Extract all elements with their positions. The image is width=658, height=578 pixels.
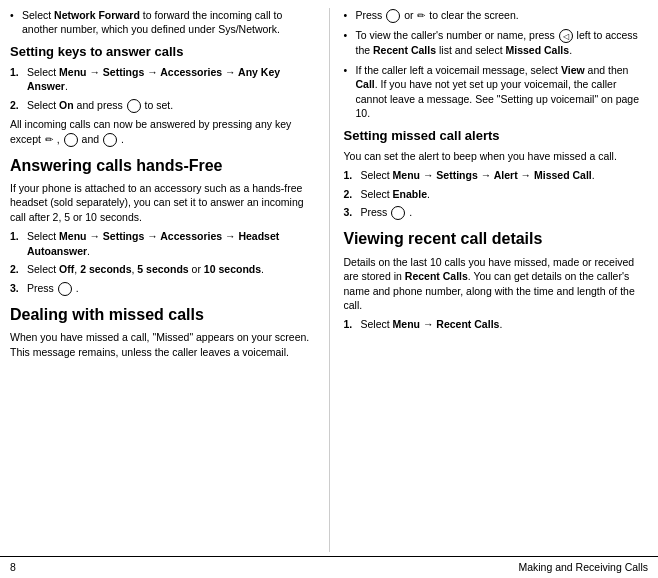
heading-missed-alerts: Setting missed call alerts [344,127,649,145]
step-1-recent: 1. Select Menu → Recent Calls. [344,317,649,331]
heading-missed-calls: Dealing with missed calls [10,304,315,326]
content-area: • Select Network Forward to forward the … [0,0,658,556]
step-content: Press . [361,205,649,220]
step-2-headset: 2. Select Off, 2 seconds, 5 seconds or 1… [10,262,315,276]
ok-icon [58,282,72,296]
handsfree-description: If your phone is attached to an accessor… [10,181,315,224]
step-number: 1. [10,65,24,94]
bullet-text: Select Network Forward to forward the in… [22,8,315,37]
step-number: 1. [344,168,358,182]
bullet-symbol: • [344,8,352,23]
step-number: 3. [344,205,358,220]
step-1-alert: 1. Select Menu → Settings → Alert → Miss… [344,168,649,182]
missed-alerts-description: You can set the alert to beep when you h… [344,149,649,163]
step-number: 2. [10,262,24,276]
heading-handsfree: Answering calls hands-Free [10,155,315,177]
all-incoming-text: All incoming calls can now be answered b… [10,117,315,147]
step-content: Select Menu → Settings → Alert → Missed … [361,168,649,182]
bullet-symbol: • [344,28,352,58]
bullet-view-caller: • To view the caller's number or name, p… [344,28,649,58]
bullet-symbol: • [10,8,18,37]
pencil-icon: ✏ [417,9,425,23]
ok-icon [64,133,78,147]
bullet-text: To view the caller's number or name, pre… [356,28,649,58]
left-column: • Select Network Forward to forward the … [10,8,315,552]
step-2-keys: 2. Select On and press to set. [10,98,315,113]
bullet-network-forward: • Select Network Forward to forward the … [10,8,315,37]
step-3-headset: 3. Press . [10,281,315,296]
step-number: 3. [10,281,24,296]
bullet-text: If the caller left a voicemail message, … [356,63,649,121]
step-1-keys: 1. Select Menu → Settings → Accessories … [10,65,315,94]
step-content: Select Enable. [361,187,649,201]
ok-icon [127,99,141,113]
step-content: Select Menu → Settings → Accessories → H… [27,229,315,258]
section-title: Making and Receiving Calls [518,560,648,575]
step-1-headset: 1. Select Menu → Settings → Accessories … [10,229,315,258]
missed-calls-description: When you have missed a call, "Missed" ap… [10,330,315,359]
step-3-alert: 3. Press . [344,205,649,220]
step-number: 2. [344,187,358,201]
page-number: 8 [10,560,16,575]
step-content: Select Off, 2 seconds, 5 seconds or 10 s… [27,262,315,276]
bullet-press-ok: • Press or ✏ to clear the screen. [344,8,649,23]
bullet-symbol: • [344,63,352,121]
ok-icon [386,9,400,23]
bullet-text: Press or ✏ to clear the screen. [356,8,649,23]
left-arrow-icon: ◁ [559,29,573,43]
page: • Select Network Forward to forward the … [0,0,658,578]
column-divider [329,8,330,552]
step-number: 2. [10,98,24,113]
heading-recent-calls: Viewing recent call details [344,228,649,250]
step-content: Select Menu → Recent Calls. [361,317,649,331]
step-number: 1. [344,317,358,331]
circle-icon [103,133,117,147]
page-footer: 8 Making and Receiving Calls [0,556,658,578]
step-content: Select On and press to set. [27,98,315,113]
bullet-voicemail: • If the caller left a voicemail message… [344,63,649,121]
pencil-icon: ✏ [45,133,53,147]
step-content: Select Menu → Settings → Accessories → A… [27,65,315,94]
recent-calls-description: Details on the last 10 calls you have mi… [344,255,649,313]
heading-setting-keys: Setting keys to answer calls [10,43,315,61]
step-2-alert: 2. Select Enable. [344,187,649,201]
ok-icon [391,206,405,220]
step-content: Press . [27,281,315,296]
step-number: 1. [10,229,24,258]
right-column: • Press or ✏ to clear the screen. • To v… [344,8,649,552]
